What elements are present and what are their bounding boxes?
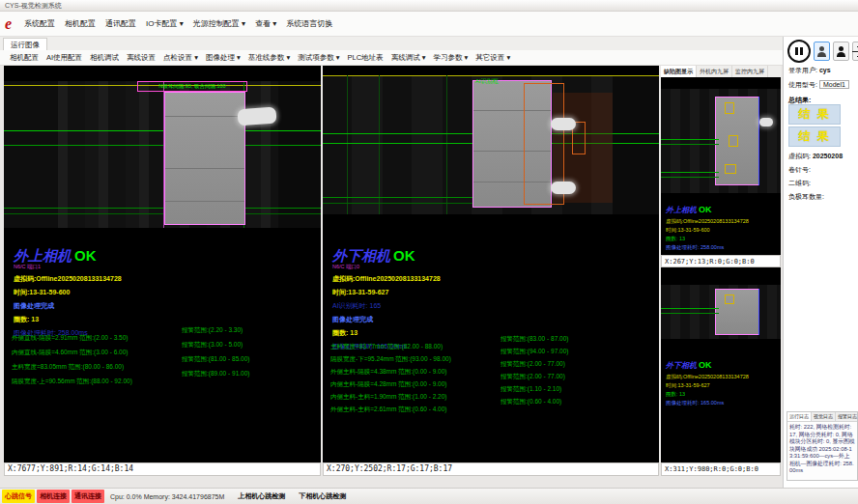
user-login-button[interactable]	[814, 42, 830, 61]
menu-system-config[interactable]: 系统配置	[19, 15, 60, 32]
log-tab-alarm[interactable]: 报警日志	[836, 412, 858, 421]
toolbar-plc-address-table[interactable]: PLC地址表	[344, 51, 387, 65]
model-value[interactable]: Model1	[819, 80, 849, 89]
upper-camera-heartbeat-status: 上相机心跳检测	[238, 491, 285, 501]
toolbar-offline-settings[interactable]: 离线设置	[123, 51, 159, 65]
toolbar-test-item-params[interactable]: 测试项参数 ▾	[294, 51, 343, 65]
defect-view-lower[interactable]: 外下相机OK 虚拟码:Offline20250208133134728 时间:1…	[661, 267, 781, 462]
user-dark-icon	[837, 46, 845, 57]
lower-camera-heartbeat-status: 下相机心跳检测	[299, 491, 346, 501]
lower-measurement-rows: 主料宽度=83.77mm 范围:(82.00 - 88.00)报警范围:(83.…	[323, 66, 659, 462]
alarm-range: 报警范围:(94.00 - 97.00)	[500, 348, 568, 356]
measurement-value: 主料宽度=83.05mm 范围:(80.00 - 86.00)	[12, 363, 124, 370]
result-badge-lower: 结 果	[788, 126, 841, 147]
camera-panel-lower: AI识别框 外下相机OK N6/C 端口0 虚拟码:Offline2025020…	[323, 66, 659, 462]
toolbar-baseline-params[interactable]: 基准线参数 ▾	[244, 51, 294, 65]
alarm-range: 报警范围:(81.00 - 85.00)	[182, 355, 249, 364]
toolbar-image-processing[interactable]: 图像处理 ▾	[202, 51, 244, 65]
virtual-code-row: 虚拟码: 20250208	[788, 152, 843, 161]
qr-code-label: 二维码:	[788, 179, 811, 188]
cpu-memory-status: Cpu: 0.0% Memory: 3424.41796875M	[110, 493, 224, 500]
menu-io-card-config[interactable]: IO卡配置 ▾	[141, 15, 188, 32]
login-user-row: 登录用户: cys	[788, 66, 831, 75]
measurement-value: 内侧直线-隔膜=4.60mm 范围:(3.00 - 6.00)	[12, 349, 128, 355]
app-window: CYS-视觉检测系统 e 系统配置 相机配置 通讯配置 IO卡配置 ▾ 光源控制…	[0, 0, 858, 504]
alarm-range: 报警范围:(0.60 - 4.00)	[500, 398, 561, 406]
toolbar: 相机配置 AI使用配置 相机调试 离线设置 点检设置 ▾ 图像处理 ▾ 基准线参…	[0, 50, 783, 66]
lower-camera-coord-status: X:270;Y:2502;R:17;G:17;B:17	[323, 462, 659, 476]
sidebar-buttons	[787, 40, 858, 63]
toolbar-ai-usage-config[interactable]: AI使用配置	[43, 51, 86, 65]
tab-defect-image[interactable]: 缺陷图显示	[661, 66, 697, 77]
tab-outer-nine-grid[interactable]: 外机内九屏	[697, 66, 732, 77]
tab-run-image[interactable]: 运行图像	[3, 38, 47, 50]
alarm-range: 报警范围:(2.00 - 77.00)	[500, 360, 565, 369]
alarm-range: 报警范围:(83.00 - 87.00)	[500, 335, 568, 344]
toolbar-offline-debug[interactable]: 离线调试 ▾	[387, 51, 430, 65]
comm-connection-badge: 通讯连接	[72, 490, 104, 503]
log-tab-vision[interactable]: 视觉日志	[812, 412, 836, 421]
camera-connection-badge: 相机连接	[37, 490, 70, 503]
alarm-range: 报警范围:(3.00 - 5.00)	[182, 341, 243, 350]
toolbar-spot-check-settings[interactable]: 点检设置 ▾	[159, 51, 202, 65]
toolbar-camera-config[interactable]: 相机配置	[6, 51, 43, 65]
menu-camera-config[interactable]: 相机配置	[60, 15, 100, 32]
negative-tab-count-label: 负极耳数量:	[788, 192, 824, 202]
tab-monitor-nine-grid[interactable]: 监控内九屏	[732, 66, 768, 77]
status-bar: 心跳信号 相机连接 通讯连接 Cpu: 0.0% Memory: 3424.41…	[0, 488, 858, 504]
heartbeat-status-badge: 心跳信号	[2, 490, 35, 503]
defect-view-upper[interactable]: 外上相机OK 虚拟码:Offline20250208133134728 时间:1…	[661, 77, 781, 255]
menu-comm-config[interactable]: 通讯配置	[100, 15, 141, 32]
menu-bar: e 系统配置 相机配置 通讯配置 IO卡配置 ▾ 光源控制配置 ▾ 查看 ▾ 系…	[0, 12, 858, 37]
exit-button[interactable]	[852, 42, 858, 61]
pause-button[interactable]	[787, 40, 811, 63]
sidebar: 登录用户: cys 使用型号: Model1 总结果: 结 果 结 果 虚拟码:…	[783, 37, 858, 488]
result-badge-upper: 结 果	[788, 104, 841, 125]
log-panel: 运行日志 视觉日志 报警日志 耗时: 222, 网络检测耗时: 17, 网络分类…	[786, 411, 858, 481]
measurement-value: 外侧主料-主料=2.61mm 范围:(0.60 - 4.00)	[330, 406, 446, 412]
log-tab-run[interactable]: 运行日志	[787, 412, 812, 421]
login-user-value: cys	[819, 67, 831, 73]
alarm-range: 报警范围:(89.00 - 91.00)	[182, 370, 249, 378]
menu-language-switch[interactable]: 系统语言切换	[281, 15, 337, 32]
toolbar-other-settings[interactable]: 其它设置 ▾	[472, 51, 514, 65]
toolbar-camera-debug[interactable]: 相机调试	[86, 51, 123, 65]
measurement-value: 隔膜宽度-上=90.56mm 范围:(88.00 - 92.00)	[12, 378, 132, 384]
defect-upper-result-block: 外上相机OK 虚拟码:Offline20250208133134728 时间:1…	[666, 199, 774, 251]
log-tabs: 运行日志 视觉日志 报警日志	[787, 412, 857, 422]
menu-light-control-config[interactable]: 光源控制配置 ▾	[188, 15, 250, 32]
measurement-value: 外侧直线-隔膜=2.91mm 范围:(2.00 - 3.50)	[12, 334, 128, 341]
defect-lower-coord-status: X:311;Y:980;R:0;G:0;B:0	[661, 462, 781, 476]
window-title: CYS-视觉检测系统	[5, 2, 62, 9]
alarm-range: 报警范围:(2.00 - 77.00)	[500, 373, 565, 381]
virtual-code-value: 20250208	[813, 153, 843, 159]
pause-icon	[795, 47, 798, 55]
defect-lower-result-block: 外下相机OK 虚拟码:Offline20250208133134728 时间:1…	[666, 354, 774, 406]
alarm-range: 报警范围:(1.10 - 2.10)	[500, 385, 561, 394]
alarm-range: 报警范围:(2.20 - 3.30)	[182, 326, 243, 335]
toolbar-learning-params[interactable]: 学习参数 ▾	[429, 51, 472, 65]
pin-number-label: 卷针号:	[788, 165, 811, 175]
user-icon	[817, 46, 826, 57]
upper-measurement-rows: 外侧直线-隔膜=2.91mm 范围:(2.00 - 3.50)报警范围:(2.2…	[4, 66, 321, 462]
log-text: 耗时: 222, 网络检测耗时: 17, 网络分类耗时: 0, 网络模块分区耗时…	[787, 422, 857, 477]
model-row: 使用型号: Model1	[788, 80, 849, 90]
upper-camera-coord-status: X:7677;Y:891;R:14;G:14;B:14	[4, 462, 321, 476]
defect-upper-coord-status: X:267;Y:13;R:0;G:0;B:0	[661, 255, 781, 267]
title-bar: CYS-视觉检测系统	[0, 0, 858, 12]
tab-row: 运行图像	[0, 37, 783, 51]
app-logo-icon: e	[5, 16, 12, 32]
camera-panel-upper: N极耳间隔:93, 吸合间隔:100 外上相机OK N6/C 端口1 虚拟码:O…	[4, 66, 321, 462]
user-manage-button[interactable]	[833, 42, 849, 61]
menu-view[interactable]: 查看 ▾	[250, 15, 281, 32]
